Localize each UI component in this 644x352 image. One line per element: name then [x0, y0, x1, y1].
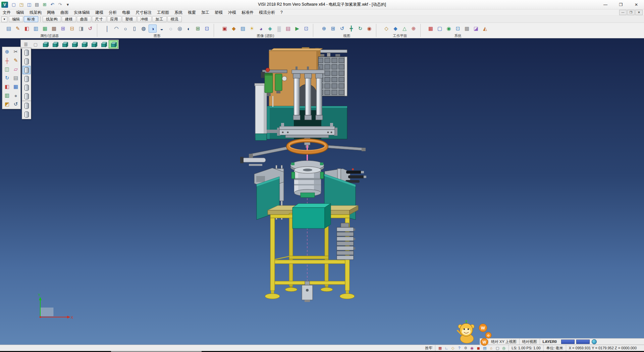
zoom-previous-icon[interactable]: ↺: [338, 25, 346, 33]
all-filter-icon[interactable]: ▩: [50, 25, 58, 33]
menu-item[interactable]: 视窗: [185, 9, 199, 15]
open-file-icon[interactable]: ◳: [18, 1, 25, 8]
grid-toggle-icon[interactable]: ▦: [437, 346, 443, 351]
tab-dropdown-button[interactable]: ▼: [1, 16, 7, 22]
view-iso-icon[interactable]: [41, 40, 50, 48]
globe-icon[interactable]: ◉: [445, 25, 453, 33]
menu-item[interactable]: 系统: [172, 9, 185, 15]
zoom-all-icon[interactable]: ⊕: [320, 25, 328, 33]
minimize-button[interactable]: —: [598, 0, 613, 9]
view-top-icon[interactable]: [89, 40, 99, 48]
viewport-3d[interactable]: Y X ☰ ▢: [0, 38, 644, 345]
selection-icon[interactable]: ⊡: [454, 25, 462, 33]
monitor-icon[interactable]: ▢: [436, 25, 444, 33]
menu-item[interactable]: 塑模: [212, 9, 225, 15]
maximize-button[interactable]: ❐: [613, 0, 629, 9]
workplane-3points-icon[interactable]: △: [400, 25, 409, 33]
tab-application[interactable]: 应用: [107, 16, 121, 22]
menu-item[interactable]: 建模: [93, 9, 106, 15]
view-blank-icon[interactable]: ▢: [31, 40, 40, 48]
menu-item[interactable]: 尺寸标注: [133, 9, 154, 15]
cylinder-style-icon[interactable]: ▯: [130, 25, 139, 33]
print-icon[interactable]: ▤: [33, 1, 41, 8]
menu-item[interactable]: 线架构: [27, 9, 44, 15]
rotate-view-icon[interactable]: ↻: [356, 25, 364, 33]
wireframe-display-icon[interactable]: [22, 48, 31, 57]
rendered-display-icon[interactable]: [22, 75, 31, 83]
photo-icon[interactable]: ▤: [284, 25, 292, 33]
lighting-icon[interactable]: ☀: [248, 25, 256, 33]
wireframe-mode-icon[interactable]: ◌: [167, 25, 175, 33]
close-button[interactable]: ✕: [629, 0, 644, 9]
layer-filter-icon[interactable]: ▥: [32, 25, 40, 33]
lock-toggle[interactable]: 拴牢: [422, 345, 435, 351]
animation-icon[interactable]: ▶: [293, 25, 301, 33]
undo-icon[interactable]: ↶: [49, 1, 56, 8]
grid-settings-icon[interactable]: ▩: [463, 25, 471, 33]
menu-item[interactable]: 工程图: [154, 9, 172, 15]
tab-flow[interactable]: 模流: [167, 16, 182, 22]
menu-item[interactable]: 冲模: [225, 9, 239, 15]
materials-db-icon[interactable]: ◪: [472, 25, 480, 33]
sketch-icon[interactable]: ✎: [11, 56, 20, 65]
texture-icon[interactable]: ▨: [239, 25, 247, 33]
ortho-toggle-icon[interactable]: ∟: [444, 346, 449, 351]
add-filter-icon[interactable]: ⊞: [59, 25, 67, 33]
menu-item[interactable]: 曲面: [58, 9, 71, 15]
mirror-icon[interactable]: ◫: [3, 65, 11, 74]
view-dynamic-icon[interactable]: [109, 40, 118, 48]
view-right-icon[interactable]: [79, 40, 89, 48]
undo-tool-icon[interactable]: ↺: [11, 100, 20, 108]
hidden-line-icon[interactable]: ◎: [176, 25, 184, 33]
isolate-icon[interactable]: ◨: [77, 25, 85, 33]
hiddenline-display-icon[interactable]: [22, 57, 31, 65]
axes-display-icon[interactable]: ⊡: [203, 25, 211, 33]
background-icon[interactable]: ▒: [275, 25, 283, 33]
capture-icon[interactable]: ⊡: [302, 25, 310, 33]
view-list-icon[interactable]: ☰: [21, 40, 31, 48]
tab-standard[interactable]: 标准: [24, 16, 38, 22]
shaded-mode-icon[interactable]: ◑: [149, 25, 157, 33]
workplane-origin-icon[interactable]: ⊕: [410, 25, 418, 33]
workplane-list-icon[interactable]: ◇: [382, 25, 390, 33]
material-icon[interactable]: ◆: [230, 25, 238, 33]
workplane-entity-icon[interactable]: ◆: [391, 25, 399, 33]
type-filter-icon[interactable]: ▦: [41, 25, 49, 33]
delete-icon[interactable]: ▱: [11, 65, 20, 74]
snap-point-icon[interactable]: ┼: [3, 56, 11, 65]
reset-filter-icon[interactable]: ↺: [86, 25, 94, 33]
reflection-icon[interactable]: ◈: [266, 25, 274, 33]
menu-item[interactable]: ?: [278, 9, 285, 15]
translucent-display-icon[interactable]: [22, 83, 31, 92]
redo-icon[interactable]: ↷: [56, 1, 64, 8]
layer-label[interactable]: LAYER0: [540, 339, 559, 345]
tab-dimension[interactable]: 尺寸: [92, 16, 106, 22]
save-icon[interactable]: ◫: [25, 1, 33, 8]
compass-icon[interactable]: ◎: [501, 346, 506, 351]
mascot-widget[interactable]: W o W: [449, 320, 500, 351]
tab-machining[interactable]: 加工: [152, 16, 167, 22]
menu-item[interactable]: 电极: [119, 9, 133, 15]
section-display-icon[interactable]: [22, 101, 31, 110]
doc-close-button[interactable]: ✕: [635, 10, 643, 15]
layers-tool-icon[interactable]: ▥: [3, 91, 11, 100]
refresh-icon[interactable]: ◉: [365, 25, 373, 33]
table-icon[interactable]: ▦: [11, 82, 20, 91]
view-bottom-icon[interactable]: [99, 40, 108, 48]
grid-display-icon[interactable]: ⊞: [194, 25, 202, 33]
zoom-tool-icon[interactable]: ⊕: [3, 47, 11, 56]
tab-die[interactable]: 冲模: [137, 16, 152, 22]
color-filter-icon[interactable]: ◧: [23, 25, 31, 33]
shaded-display-icon[interactable]: [22, 66, 31, 74]
section-mode-icon[interactable]: ◐: [185, 25, 193, 33]
edit-attributes-icon[interactable]: ✎: [14, 25, 22, 33]
menu-item[interactable]: 模流分析: [256, 9, 278, 15]
render-icon[interactable]: ▣: [221, 25, 229, 33]
analysis-icon[interactable]: ◭: [481, 25, 489, 33]
view-front-icon[interactable]: [50, 40, 60, 48]
globe-status-icon[interactable]: [592, 339, 597, 344]
plot-icon[interactable]: ⊞: [41, 1, 48, 8]
properties-icon[interactable]: ▤: [5, 25, 13, 33]
list-icon[interactable]: ▤: [11, 74, 20, 82]
fill-icon[interactable]: ◩: [3, 100, 11, 108]
